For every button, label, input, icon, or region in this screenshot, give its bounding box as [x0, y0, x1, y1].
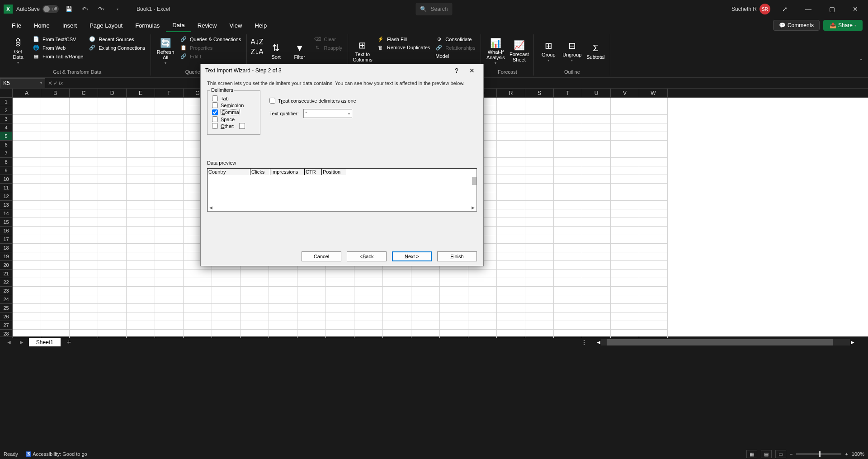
cell[interactable]	[497, 270, 525, 278]
cell[interactable]	[269, 278, 297, 287]
cell[interactable]	[411, 287, 440, 295]
cell[interactable]	[411, 321, 440, 330]
cell[interactable]	[611, 252, 639, 261]
user-account[interactable]: Sucheth R SR	[731, 4, 770, 14]
refresh-all-button[interactable]: 🔄Refresh All▾	[155, 35, 176, 67]
fx-icon[interactable]: fx	[59, 80, 63, 86]
cell[interactable]	[241, 278, 269, 287]
cell[interactable]	[155, 192, 184, 201]
cell[interactable]	[582, 295, 611, 304]
cell[interactable]	[269, 330, 297, 338]
cell[interactable]	[127, 218, 155, 227]
cell[interactable]	[525, 141, 554, 149]
cell[interactable]	[41, 184, 70, 192]
cell[interactable]	[497, 201, 525, 209]
dialog-close-icon[interactable]: ✕	[465, 65, 479, 76]
cell[interactable]	[41, 141, 70, 149]
cell[interactable]	[497, 287, 525, 295]
cell[interactable]	[326, 330, 354, 338]
text-qualifier-select[interactable]: "▾	[303, 109, 352, 118]
cell[interactable]	[127, 287, 155, 295]
cell[interactable]	[155, 115, 184, 123]
cell[interactable]	[127, 304, 155, 312]
delimiter-other[interactable]: Other:	[212, 123, 255, 129]
cell[interactable]	[127, 98, 155, 106]
cell[interactable]	[440, 321, 468, 330]
page-break-view-icon[interactable]: ▭	[775, 450, 786, 458]
page-layout-view-icon[interactable]: ▤	[761, 450, 772, 458]
cell[interactable]	[639, 261, 668, 270]
cell[interactable]	[611, 106, 639, 115]
cell[interactable]	[582, 330, 611, 338]
cell[interactable]	[582, 304, 611, 312]
close-icon[interactable]: ✕	[846, 2, 864, 16]
cell[interactable]	[525, 149, 554, 158]
cell[interactable]	[127, 158, 155, 166]
row-header[interactable]: 17	[0, 235, 13, 244]
collapse-ribbon-icon[interactable]: ⌄	[859, 55, 863, 62]
cell[interactable]	[13, 218, 41, 227]
cell[interactable]	[41, 123, 70, 132]
cell[interactable]	[13, 227, 41, 235]
cell[interactable]	[497, 304, 525, 312]
cell[interactable]	[41, 192, 70, 201]
cell[interactable]	[582, 123, 611, 132]
cell[interactable]	[297, 295, 326, 304]
cell[interactable]	[13, 98, 41, 106]
cell[interactable]	[611, 209, 639, 218]
tab-formulas[interactable]: Formulas	[129, 19, 166, 32]
text-to-columns-button[interactable]: ⊞Text to Columns	[352, 35, 373, 67]
cell[interactable]	[554, 244, 582, 252]
cell[interactable]	[354, 304, 383, 312]
cell[interactable]	[554, 141, 582, 149]
row-header[interactable]: 26	[0, 312, 13, 321]
cell[interactable]	[411, 270, 440, 278]
cell[interactable]	[554, 312, 582, 321]
cancel-formula-icon[interactable]: ✕	[48, 80, 52, 86]
data-model-button[interactable]: Model	[434, 52, 477, 60]
whatif-button[interactable]: 📊What-If Analysis▾	[485, 35, 506, 67]
cell[interactable]	[70, 287, 98, 295]
cell[interactable]	[554, 166, 582, 175]
cell[interactable]	[98, 252, 127, 261]
cell[interactable]	[70, 98, 98, 106]
cell[interactable]	[582, 244, 611, 252]
cell[interactable]	[383, 270, 411, 278]
autosave[interactable]: AutoSave Off	[16, 5, 59, 13]
cell[interactable]	[155, 158, 184, 166]
comments-button[interactable]: 💬 Comments	[773, 20, 820, 31]
cell[interactable]	[582, 261, 611, 270]
cell[interactable]	[155, 312, 184, 321]
row-header[interactable]: 6	[0, 141, 13, 149]
tab-data[interactable]: Data	[166, 19, 191, 32]
cell[interactable]	[70, 227, 98, 235]
cell[interactable]	[525, 321, 554, 330]
cell[interactable]	[127, 149, 155, 158]
cell[interactable]	[127, 252, 155, 261]
tab-home[interactable]: Home	[28, 19, 56, 32]
cell[interactable]	[13, 201, 41, 209]
cell[interactable]	[582, 132, 611, 141]
cell[interactable]	[70, 278, 98, 287]
cell[interactable]	[155, 201, 184, 209]
cell[interactable]	[411, 304, 440, 312]
cell[interactable]	[13, 330, 41, 338]
cell[interactable]	[212, 304, 241, 312]
cell[interactable]	[525, 123, 554, 132]
cell[interactable]	[639, 270, 668, 278]
column-header[interactable]: E	[127, 89, 155, 97]
row-header[interactable]: 8	[0, 158, 13, 166]
preview-scroll-right-icon[interactable]: ►	[471, 205, 476, 211]
column-header[interactable]: W	[639, 89, 668, 97]
cell[interactable]	[326, 270, 354, 278]
cell[interactable]	[497, 123, 525, 132]
undo-icon[interactable]: ↶▾	[79, 3, 91, 15]
cell[interactable]	[354, 321, 383, 330]
cell[interactable]	[70, 201, 98, 209]
cell[interactable]	[98, 287, 127, 295]
row-header[interactable]: 1	[0, 98, 13, 106]
dialog-help-icon[interactable]: ?	[450, 65, 463, 76]
cell[interactable]	[41, 158, 70, 166]
cell[interactable]	[525, 218, 554, 227]
cell[interactable]	[70, 312, 98, 321]
